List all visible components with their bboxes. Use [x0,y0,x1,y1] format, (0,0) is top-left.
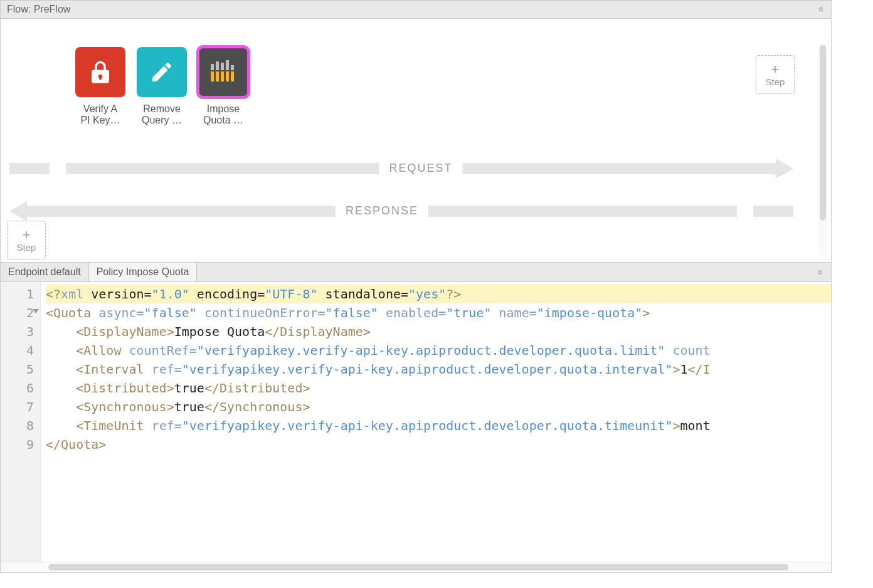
line-number: 3 [3,322,34,341]
line-gutter: 123456789 [1,282,41,562]
response-bar: RESPONSE [9,203,793,219]
code-line[interactable]: <Quota async="false" continueOnError="fa… [46,303,831,322]
policy-remove-query[interactable]: Remove Query … [136,47,188,127]
add-step-label: Step [17,242,36,253]
line-number: 2 [3,303,34,322]
editor-tabstrip: Endpoint defaultPolicy Impose Quota [1,262,831,282]
tab-endpoint-default[interactable]: Endpoint default [1,263,89,281]
line-number: 4 [3,341,34,360]
line-number: 6 [3,379,34,397]
scrollbar-thumb[interactable] [48,564,788,570]
bar-segment [9,163,50,174]
arrow-right-icon [776,159,793,179]
chevron-down-icon [818,266,823,278]
response-label: RESPONSE [336,204,428,218]
flow-canvas: Verify A PI Key…Remove Query …Impose Quo… [1,19,831,262]
bar-segment [753,206,793,217]
policy-label: Remove Query … [142,103,182,127]
plus-icon: + [771,63,780,76]
request-label: REQUEST [379,162,462,175]
line-number: 8 [3,416,34,435]
bars-icon [198,47,248,97]
tab-policy-impose-quota[interactable]: Policy Impose Quota [89,263,198,281]
add-step-request-button[interactable]: + Step [756,55,795,94]
line-number: 5 [3,360,34,379]
policy-label: Impose Quota … [203,103,243,127]
code-line[interactable]: <DisplayName>Impose Quota</DisplayName> [46,322,831,341]
scrollbar-thumb[interactable] [820,45,826,221]
plus-icon: + [23,228,31,242]
policies-row: Verify A PI Key…Remove Query …Impose Quo… [75,47,249,127]
app-window: Flow: PreFlow Verify A PI Key…Remove Que… [0,0,832,573]
fold-toggle-icon[interactable] [33,309,39,313]
flow-header: Flow: PreFlow [1,1,831,19]
edit-icon [137,47,187,97]
code-line[interactable]: <?xml version="1.0" encoding="UTF-8" sta… [46,285,831,303]
line-number: 9 [3,435,34,454]
policy-impose-quota[interactable]: Impose Quota … [198,47,249,127]
flow-scrollbar[interactable] [818,43,827,256]
code-editor[interactable]: 123456789 <?xml version="1.0" encoding="… [1,282,831,562]
code-line[interactable]: <TimeUnit ref="verifyapikey.verify-api-k… [46,416,831,435]
code-line[interactable]: <Allow countRef="verifyapikey.verify-api… [46,341,831,360]
code-line[interactable]: <Interval ref="verifyapikey.verify-api-k… [46,360,831,379]
code-line[interactable]: <Synchronous>true</Synchronous> [46,397,831,416]
code-line[interactable]: </Quota> [46,435,831,454]
flow-title: Flow: PreFlow [7,4,70,15]
code-content[interactable]: <?xml version="1.0" encoding="UTF-8" sta… [41,282,831,562]
policy-verify-api-key[interactable]: Verify A PI Key… [75,47,126,127]
policy-label: Verify A PI Key… [80,103,120,127]
lock-icon [75,47,125,97]
arrow-left-icon [9,201,27,221]
code-line[interactable]: <Distributed>true</Distributed> [46,379,831,397]
line-number: 7 [3,397,34,416]
line-number: 1 [3,285,34,303]
expand-editor-button[interactable] [813,266,827,278]
collapse-flow-button[interactable] [813,3,827,16]
chevron-up-icon [818,4,823,15]
editor-hscrollbar[interactable] [1,562,831,572]
add-step-label: Step [766,76,785,87]
request-bar: REQUEST [9,160,793,177]
add-step-response-button[interactable]: + Step [7,221,46,260]
